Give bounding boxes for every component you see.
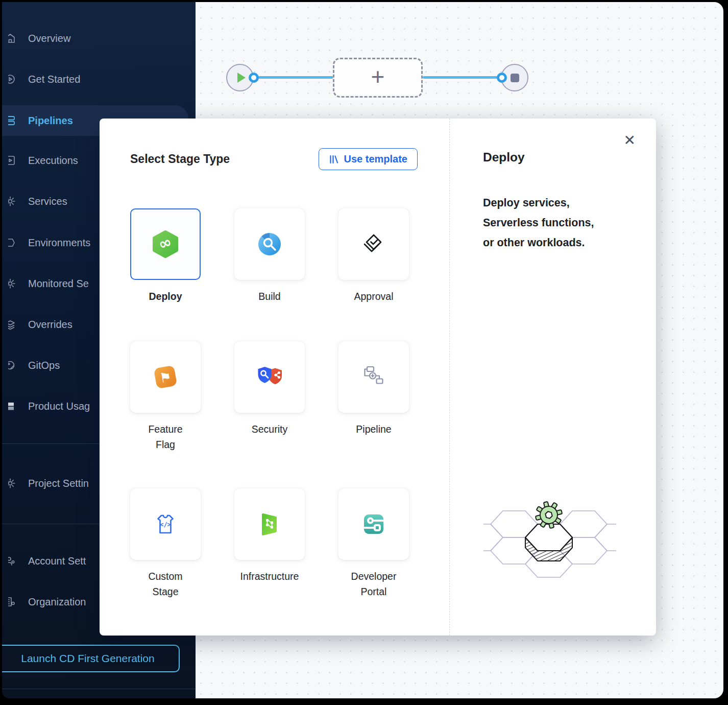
add-stage-node[interactable]: + (333, 58, 423, 98)
sidebar-item-label: Services (28, 196, 67, 207)
stage-label: Security (226, 421, 313, 437)
plus-icon: + (371, 65, 385, 88)
svg-text:</>: </> (160, 521, 171, 528)
sidebar-item-label: Get Started (28, 74, 80, 85)
stage-card-security[interactable]: Security (234, 341, 305, 488)
start-node-port[interactable] (249, 73, 259, 83)
stage-label: Pipeline (330, 421, 417, 437)
select-stage-type-modal: Select Stage Type Use template ∞ Deploy (100, 119, 656, 636)
stop-icon (511, 74, 519, 82)
sidebar-item-label: Pipelines (28, 115, 73, 127)
organization-icon (8, 596, 18, 608)
monitored-services-icon (8, 277, 18, 290)
overrides-icon (8, 318, 18, 331)
connector-line (258, 76, 333, 79)
stage-detail-panel: ✕ Deploy Deploy services, Serverless fun… (449, 119, 656, 636)
stage-type-panel: Select Stage Type Use template ∞ Deploy (100, 119, 449, 636)
stage-label: Feature Flag (122, 421, 209, 452)
stage-label: Approval (330, 289, 417, 304)
stage-card-approval[interactable]: Approval (338, 208, 409, 341)
environments-icon (8, 237, 18, 249)
gitops-icon (8, 359, 18, 371)
developer-portal-stage-icon (359, 510, 388, 538)
stage-detail-description: Deploy services, Serverless functions, o… (483, 193, 642, 253)
sidebar-item-label: Product Usag (28, 401, 90, 412)
pipelines-icon (8, 114, 18, 127)
template-library-icon (329, 154, 339, 165)
stage-detail-title: Deploy (483, 150, 656, 165)
stage-label: Deploy (122, 289, 209, 304)
stage-card-infrastructure[interactable]: Infrastructure (234, 488, 305, 599)
sidebar-item-overview[interactable]: Overview (2, 27, 196, 50)
infrastructure-stage-icon (255, 510, 284, 538)
use-template-button[interactable]: Use template (319, 148, 418, 170)
end-node-port[interactable] (497, 73, 507, 83)
security-stage-icon (255, 363, 284, 391)
product-usage-icon (8, 400, 18, 412)
sidebar-item-label: Monitored Se (28, 278, 89, 290)
get-started-icon (8, 73, 18, 85)
build-stage-icon (255, 230, 284, 258)
sidebar-divider (2, 689, 196, 689)
project-settings-icon (8, 477, 18, 489)
sidebar-item-label: GitOps (28, 360, 60, 371)
close-icon[interactable]: ✕ (621, 133, 639, 148)
stage-card-feature-flag[interactable]: ⚑ Feature Flag (130, 341, 201, 488)
connector-line (423, 76, 498, 79)
stage-label: Developer Portal (330, 569, 417, 599)
pipeline-stage-icon (359, 363, 388, 391)
stage-card-developer-portal[interactable]: Developer Portal (338, 488, 409, 599)
account-settings-icon (8, 555, 18, 567)
sidebar-item-label: Environments (28, 237, 90, 249)
sidebar-item-label: Executions (28, 155, 78, 167)
stage-grid: ∞ Deploy Build (130, 208, 409, 599)
stage-label: Build (226, 289, 313, 304)
app-window: + Overview Get Started Pipelines Executi… (0, 0, 728, 705)
play-icon (237, 73, 246, 83)
stage-card-custom-stage[interactable]: </> Custom Stage (130, 488, 201, 599)
custom-stage-icon: </> (151, 510, 180, 538)
stage-card-build[interactable]: Build (234, 208, 305, 341)
deploy-illustration (483, 496, 616, 600)
services-icon (8, 195, 18, 207)
executions-icon (8, 154, 18, 167)
stage-label: Custom Stage (122, 569, 209, 599)
sidebar-item-label: Account Sett (28, 555, 86, 567)
modal-title: Select Stage Type (130, 152, 230, 166)
stage-card-deploy[interactable]: ∞ Deploy (130, 208, 201, 341)
stage-label: Infrastructure (226, 569, 313, 584)
sidebar-item-label: Overview (28, 33, 70, 44)
approval-stage-icon (359, 230, 388, 258)
sidebar-item-get-started[interactable]: Get Started (2, 68, 196, 90)
deploy-stage-icon: ∞ (151, 230, 180, 258)
sidebar-item-label: Overrides (28, 319, 72, 331)
sidebar-item-label: Project Settin (28, 478, 89, 489)
stage-card-pipeline[interactable]: Pipeline (338, 341, 409, 488)
sidebar-item-label: Organization (28, 596, 86, 608)
launch-cd-first-generation-button[interactable]: Launch CD First Generation (2, 645, 180, 672)
overview-icon (8, 32, 18, 44)
feature-flag-stage-icon: ⚑ (151, 363, 180, 391)
